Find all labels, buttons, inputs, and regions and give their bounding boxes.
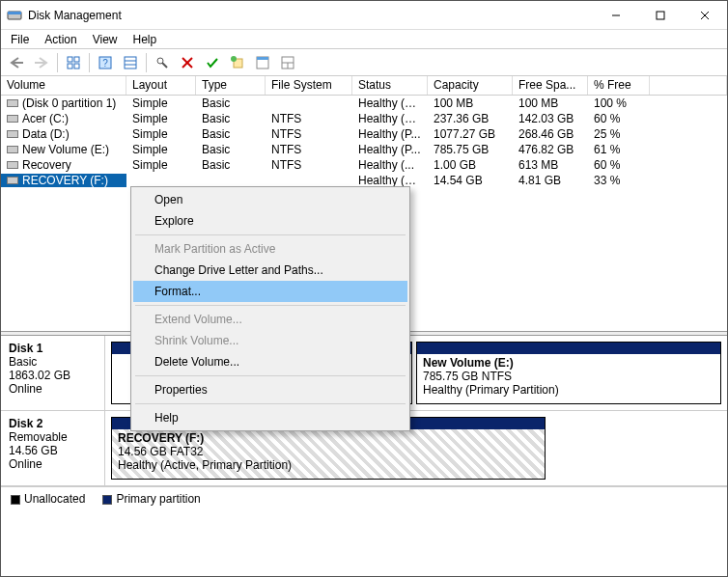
menu-view[interactable]: View <box>87 32 124 47</box>
volume-row[interactable]: Data (D:)SimpleBasicNTFSHealthy (P...107… <box>1 126 727 142</box>
col-type[interactable]: Type <box>196 76 266 95</box>
delete-icon[interactable] <box>176 52 199 73</box>
context-item-delete-volume[interactable]: Delete Volume... <box>133 351 407 372</box>
settings-icon[interactable] <box>151 52 174 73</box>
volume-icon <box>7 161 18 169</box>
volume-name-label: New Volume (E:) <box>22 143 109 156</box>
cell-free: 100 MB <box>513 96 588 110</box>
cell-pct: 33 % <box>588 174 650 187</box>
cell-free: 613 MB <box>513 158 588 172</box>
cell-name: New Volume (E:) <box>1 143 126 156</box>
cell-name: Data (D:) <box>1 127 126 141</box>
disk2-empty-space <box>549 417 721 480</box>
disk2-label: Disk 2 Removable 14.56 GB Online <box>1 411 105 485</box>
cell-cap: 14.54 GB <box>428 174 513 187</box>
col-volume[interactable]: Volume <box>1 76 126 95</box>
partition-header-bar <box>417 343 720 354</box>
grid-view-icon[interactable] <box>62 52 85 73</box>
check-icon[interactable] <box>201 52 224 73</box>
svg-line-18 <box>162 63 167 68</box>
cell-type: Basic <box>196 127 266 141</box>
menu-action[interactable]: Action <box>39 32 82 47</box>
disk1-kind: Basic <box>9 355 37 369</box>
part-info1: 14.56 GB FAT32 <box>118 445 204 458</box>
disk2-kind: Removable <box>9 430 68 444</box>
svg-rect-8 <box>68 57 72 62</box>
cell-pct: 60 % <box>588 158 650 172</box>
context-item-format[interactable]: Format... <box>133 281 407 302</box>
volume-name-label: RECOVERY (F:) <box>22 174 108 187</box>
col-layout[interactable]: Layout <box>126 76 196 95</box>
col-filesystem[interactable]: File System <box>266 76 352 95</box>
minimize-button[interactable] <box>594 1 638 30</box>
volume-name-label: Acer (C:) <box>22 112 69 125</box>
cell-pct: 61 % <box>588 143 650 156</box>
back-button[interactable] <box>5 52 28 73</box>
svg-rect-14 <box>125 57 136 69</box>
cell-layout: Simple <box>126 158 196 172</box>
cell-status: Healthy (E... <box>352 96 428 110</box>
disk1-partition-e[interactable]: New Volume (E:) 785.75 GB NTFS Healthy (… <box>416 342 721 404</box>
cell-name: Recovery <box>1 158 126 172</box>
title-bar: Disk Management <box>1 1 727 30</box>
col-capacity[interactable]: Capacity <box>428 76 513 95</box>
forward-button[interactable] <box>30 52 53 73</box>
context-item-extend-volume: Extend Volume... <box>133 309 407 330</box>
cell-layout: Simple <box>126 96 196 110</box>
maximize-button[interactable] <box>638 1 683 30</box>
cell-pct: 100 % <box>588 96 650 110</box>
properties-icon[interactable] <box>251 52 274 73</box>
context-item-explore[interactable]: Explore <box>133 210 407 232</box>
context-separator <box>135 305 406 306</box>
volume-icon <box>7 146 18 153</box>
volume-icon <box>7 99 18 107</box>
part-title: New Volume (E:) <box>423 356 514 370</box>
cell-type: Basic <box>196 112 266 125</box>
list-view-icon[interactable] <box>119 52 142 73</box>
close-button[interactable] <box>683 1 727 30</box>
cell-cap: 785.75 GB <box>428 143 513 156</box>
col-pctfree[interactable]: % Free <box>588 76 650 95</box>
menu-help[interactable]: Help <box>127 32 163 47</box>
help-icon[interactable]: ? <box>94 52 117 73</box>
col-freespace[interactable]: Free Spa... <box>513 76 588 95</box>
svg-rect-10 <box>68 64 72 69</box>
col-status[interactable]: Status <box>352 76 428 95</box>
volume-icon <box>7 130 18 138</box>
svg-text:?: ? <box>102 58 108 69</box>
part-info2: Healthy (Active, Primary Partition) <box>118 458 292 472</box>
svg-rect-3 <box>657 12 664 19</box>
context-item-mark-partition-as-active: Mark Partition as Active <box>133 238 407 260</box>
menu-file[interactable]: File <box>5 32 35 47</box>
context-item-shrink-volume: Shrink Volume... <box>133 330 407 351</box>
cell-free: 476.82 GB <box>513 143 588 156</box>
volume-row[interactable]: RecoverySimpleBasicNTFSHealthy (...1.00 … <box>1 157 727 173</box>
new-icon[interactable] <box>226 52 249 73</box>
volume-list-header: Volume Layout Type File System Status Ca… <box>1 76 727 96</box>
disk2-state: Online <box>9 457 42 471</box>
volume-row[interactable]: Acer (C:)SimpleBasicNTFSHealthy (B...237… <box>1 111 727 126</box>
disk1-size: 1863.02 GB <box>9 369 70 382</box>
volume-row[interactable]: New Volume (E:)SimpleBasicNTFSHealthy (P… <box>1 142 727 157</box>
context-item-open[interactable]: Open <box>133 189 407 210</box>
disk1-name: Disk 1 <box>9 342 42 355</box>
cell-free: 142.03 GB <box>513 112 588 125</box>
cell-name: Acer (C:) <box>1 112 126 125</box>
context-separator <box>135 403 406 404</box>
window-title: Disk Management <box>28 9 594 22</box>
context-item-help[interactable]: Help <box>133 407 407 428</box>
context-item-change-drive-letter-and-paths[interactable]: Change Drive Letter and Paths... <box>133 260 407 281</box>
disk2-name: Disk 2 <box>9 417 42 430</box>
cell-cap: 1077.27 GB <box>428 127 513 141</box>
part-title: RECOVERY (F:) <box>118 431 204 445</box>
cell-status: Healthy (A... <box>352 174 428 187</box>
volume-icon <box>7 177 18 184</box>
context-item-properties[interactable]: Properties <box>133 379 407 400</box>
cell-name: (Disk 0 partition 1) <box>1 96 126 110</box>
svg-rect-9 <box>74 57 79 62</box>
volume-row[interactable]: (Disk 0 partition 1)SimpleBasicHealthy (… <box>1 96 727 111</box>
legend-primary: Primary partition <box>102 492 200 506</box>
disk1-state: Online <box>9 382 42 396</box>
layout-icon[interactable] <box>276 52 299 73</box>
svg-rect-11 <box>74 64 79 69</box>
